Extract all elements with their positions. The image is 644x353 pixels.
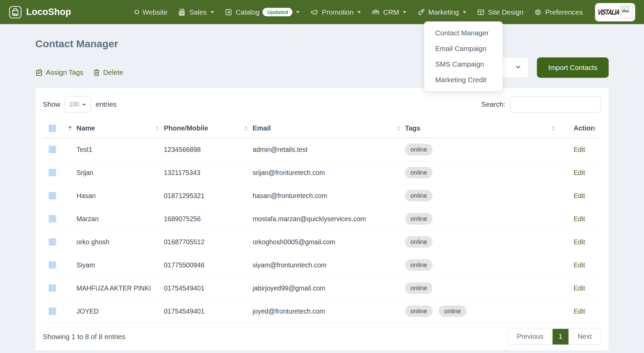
menu-item-sms-campaign[interactable]: SMS Campaign (424, 56, 503, 72)
contact-phone: 01754549401 (164, 277, 253, 300)
avatar[interactable]: VISTALIA (595, 3, 635, 21)
nav-label: CRM (383, 8, 399, 16)
sales-register-icon (178, 8, 186, 16)
contact-phone: 1234566898 (164, 138, 253, 161)
tag-pill: online (405, 282, 433, 294)
tag-pill: online (439, 305, 466, 317)
table-row: orko ghosh 01687705512 orkoghosh0005@gma… (43, 230, 601, 253)
row-checkbox[interactable] (49, 307, 56, 315)
megaphone-icon (310, 8, 319, 16)
contact-email: admin@retails.test (253, 138, 405, 161)
row-checkbox[interactable] (49, 215, 56, 223)
nav-item-preferences[interactable]: Preferences (534, 8, 583, 16)
page-title: Contact Manager (35, 38, 123, 50)
crm-people-icon (371, 8, 380, 16)
nav-item-crm[interactable]: CRM (371, 8, 406, 16)
edit-link[interactable]: Edit (559, 215, 585, 223)
sort-icon[interactable] (397, 126, 400, 131)
header-name[interactable]: Name (77, 120, 164, 138)
table-row: Hasan 01871295321 hasan@fronturetech.com… (43, 184, 601, 207)
sort-icon[interactable] (593, 126, 596, 131)
contacts-card: Show 100 entries Search: (35, 88, 609, 350)
search-label: Search: (481, 100, 505, 108)
edit-link[interactable]: Edit (559, 169, 585, 177)
edit-link[interactable]: Edit (559, 284, 585, 292)
nav-item-promotion[interactable]: Promotion (310, 8, 360, 16)
delete-label: Delete (103, 68, 123, 76)
import-contacts-button[interactable]: Import Contacts (537, 57, 609, 78)
sort-icon[interactable] (551, 126, 555, 131)
menu-item-contact-manager[interactable]: Contact Manager (424, 25, 503, 41)
table-row: Srijan 1321175343 srijan@fronturetech.co… (43, 161, 601, 184)
contact-name: Hasan (77, 184, 164, 207)
row-checkbox[interactable] (49, 284, 56, 292)
contact-name: Siyam (77, 253, 164, 277)
search-input[interactable] (510, 96, 601, 112)
top-navbar: LocoShop Website Sales (0, 0, 644, 24)
row-checkbox[interactable] (49, 238, 56, 246)
previous-page-button[interactable]: Previous (508, 329, 553, 345)
contact-email: siyam@fronturetech.com (253, 253, 405, 277)
chevron-down-icon (357, 11, 361, 13)
entries-label: entries (96, 100, 117, 108)
delete-button[interactable]: Delete (93, 68, 123, 76)
showing-entries-text: Showing 1 to 8 of 8 entries (43, 333, 125, 341)
main-content: Contact Manager Assign Tags (0, 38, 644, 350)
contact-tags: online (405, 184, 559, 207)
broken-image-icon (620, 5, 632, 20)
header-action[interactable]: Action (559, 120, 601, 138)
page-length-select[interactable]: 100 (65, 96, 91, 112)
row-checkbox[interactable] (49, 169, 56, 176)
row-checkbox[interactable] (49, 261, 56, 269)
avatar-text: VISTALIA (597, 8, 620, 16)
edit-link[interactable]: Edit (559, 261, 585, 269)
contacts-table: Name Phone/Mobile Email Tags Action Test… (43, 120, 601, 323)
edit-link[interactable]: Edit (559, 146, 585, 154)
nav-label: Sales (189, 8, 207, 16)
current-page-button[interactable]: 1 (553, 329, 569, 345)
sort-icon[interactable] (244, 126, 248, 131)
contact-email: orkoghosh0005@gmail.com (253, 230, 405, 253)
table-row: Siyam 01775500946 siyam@fronturetech.com… (43, 253, 601, 277)
nav-label: Marketing (428, 8, 459, 16)
table-row: JOYED 01754549401 joyed@fronturetech.com… (43, 300, 601, 323)
menu-item-marketing-credit[interactable]: Marketing Credit (424, 72, 503, 88)
chevron-down-icon (515, 64, 522, 72)
pagination: Previous 1 Next (507, 329, 601, 345)
contact-email: jabirjoyed99@gmail.com (253, 277, 405, 300)
contact-tags: online (405, 253, 559, 277)
locoshop-logo-icon (9, 6, 22, 19)
nav-item-marketing[interactable]: Marketing (417, 8, 466, 16)
nav-item-catalog[interactable]: Catalog Updated (224, 8, 300, 17)
contacts-table-body: Test1 1234566898 admin@retails.test onli… (43, 138, 601, 323)
tag-pill: online (405, 259, 433, 271)
brand[interactable]: LocoShop (9, 6, 71, 19)
menu-item-email-campaign[interactable]: Email Campaign (424, 41, 503, 56)
header-phone[interactable]: Phone/Mobile (164, 120, 253, 138)
edit-link[interactable]: Edit (559, 307, 585, 315)
contact-email: srijan@fronturetech.com (253, 161, 405, 184)
contact-tags: online (405, 277, 559, 300)
assign-tags-button[interactable]: Assign Tags (35, 68, 83, 76)
contact-email: mostafa.marzan@quicklyservices.com (253, 207, 405, 230)
contact-name: Marzan (77, 207, 164, 230)
nav-item-sales[interactable]: Sales (178, 8, 214, 16)
select-all-checkbox[interactable] (49, 125, 56, 132)
gear-icon (534, 8, 542, 16)
nav-label: Site Design (488, 8, 524, 16)
row-checkbox[interactable] (49, 146, 56, 153)
tag-pill: online (405, 144, 433, 156)
header-tags[interactable]: Tags (405, 120, 559, 138)
tag-pill: online (405, 305, 433, 317)
pencil-square-icon (35, 69, 43, 76)
sort-icon[interactable] (68, 126, 72, 131)
edit-link[interactable]: Edit (559, 192, 585, 200)
edit-link[interactable]: Edit (559, 238, 585, 246)
nav-item-site-design[interactable]: Site Design (477, 8, 524, 16)
next-page-button[interactable]: Next (569, 329, 601, 345)
header-email[interactable]: Email (253, 120, 405, 138)
contact-name: Srijan (77, 161, 164, 184)
nav-item-website[interactable]: Website (134, 8, 168, 16)
sort-icon[interactable] (156, 126, 159, 131)
row-checkbox[interactable] (49, 192, 56, 199)
